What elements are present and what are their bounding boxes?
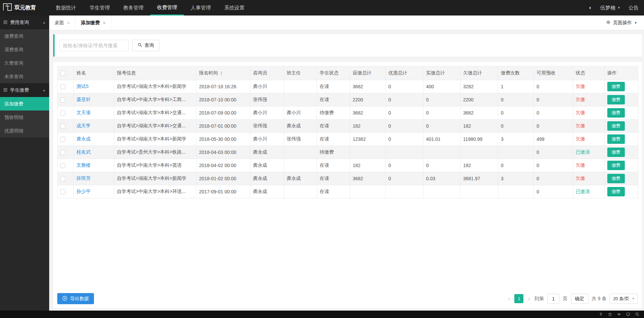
pay-button[interactable]: 缴费 — [607, 134, 625, 144]
row-checkbox[interactable] — [60, 124, 65, 129]
pay-button[interactable]: 缴费 — [607, 148, 625, 157]
trash-icon[interactable] — [608, 312, 612, 316]
cell-student-status: 待缴费 — [317, 146, 350, 159]
page-actions-button[interactable]: 页面操作 ▼ — [599, 15, 644, 30]
row-checkbox[interactable] — [60, 176, 65, 181]
sidebar-item[interactable]: 欠费查询 — [0, 56, 49, 70]
cell-owed-total: 3282 — [460, 80, 498, 93]
download-icon — [62, 296, 67, 302]
student-name-link[interactable]: 测试5 — [76, 84, 89, 89]
magnifier-icon[interactable] — [635, 312, 639, 316]
top-navbar: 双元教育 数据统计学生管理教务管理收费管理人事管理系统设置 ◐ 伍梦楠 ▼ 公告 — [0, 0, 644, 15]
sidebar-item[interactable]: 缴费查询 — [0, 29, 49, 43]
row-checkbox[interactable] — [60, 189, 65, 194]
display-icon[interactable] — [626, 312, 630, 316]
pay-button[interactable]: 缴费 — [607, 121, 625, 131]
status-text: 已缴清 — [576, 189, 590, 194]
student-name-link[interactable]: 孙少平 — [76, 189, 91, 194]
cell-date: 2018-01-02 00:00 — [196, 172, 250, 185]
page-unit-label: 页 — [563, 296, 568, 302]
cell-student-status: 在读 — [317, 120, 350, 133]
student-name-link[interactable]: 文天项 — [76, 110, 91, 115]
pay-button[interactable]: 缴费 — [607, 161, 625, 170]
chevron-down-icon: ▼ — [617, 6, 620, 9]
export-data-button[interactable]: 导出数据 — [57, 293, 94, 304]
cell-action: 缴费 — [605, 80, 638, 93]
sidebar-section-header[interactable]: 学生缴费▲ — [0, 83, 49, 97]
row-checkbox[interactable] — [60, 84, 65, 89]
nav-item-1[interactable]: 数据统计 — [49, 0, 83, 15]
main-area: 费用查询▲缴费查询退费查询欠费查询未录查询学生缴费▲添加缴费预收明细优惠明细 桌… — [0, 15, 644, 311]
next-page-button[interactable]: › — [527, 295, 531, 302]
page-number-button[interactable]: 1 — [514, 294, 523, 303]
sidebar-item[interactable]: 添加缴费 — [0, 97, 49, 110]
status-text: 欠缴 — [576, 162, 585, 168]
nav-item-4[interactable]: 收费管理 — [150, 0, 184, 15]
pay-button[interactable]: 缴费 — [607, 82, 625, 91]
table-row: 龚永成自学考试>湖南大学>本科>新闻学2018-05-30 00:00龚小川张伟… — [58, 133, 638, 146]
row-checkbox[interactable] — [60, 137, 65, 142]
sidebar-item[interactable]: 优惠明细 — [0, 124, 49, 137]
student-name-link[interactable]: 成天亨 — [76, 123, 91, 128]
cell-owed-total: 182 — [460, 120, 498, 133]
column-header: 学生状态 — [317, 66, 350, 80]
user-menu[interactable]: 伍梦楠 ▼ — [600, 5, 620, 11]
sidebar-item[interactable]: 未录查询 — [0, 70, 49, 83]
nav-item-6[interactable]: 系统设置 — [218, 0, 251, 15]
cell-info: 自学考试>湖南大学>本科>交通... — [114, 106, 196, 120]
confirm-button[interactable]: 确定 — [571, 294, 588, 304]
cell-status: 欠缴 — [573, 133, 605, 146]
page-actions-label: 页面操作 — [613, 20, 632, 26]
cell-student-status: 在读 — [317, 159, 350, 172]
close-icon[interactable]: × — [103, 20, 105, 26]
tab-2[interactable]: 添加缴费× — [75, 15, 111, 30]
pay-button[interactable]: 缴费 — [607, 174, 625, 183]
close-icon[interactable]: × — [67, 20, 70, 26]
pay-button[interactable]: 缴费 — [607, 95, 625, 104]
pin-icon[interactable] — [599, 312, 603, 316]
announcement-link[interactable]: 公告 — [629, 5, 639, 11]
theme-toggle-icon[interactable]: ◐ — [589, 5, 592, 11]
sidebar-section-header[interactable]: 费用查询▲ — [0, 15, 49, 29]
sort-icon[interactable]: ▲▼ — [220, 71, 223, 75]
tab-1[interactable]: 桌面× — [49, 15, 75, 30]
volume-icon[interactable] — [617, 312, 621, 316]
student-name-link[interactable]: 文雅楼 — [76, 162, 91, 168]
search-input[interactable] — [59, 40, 129, 51]
nav-item-3[interactable]: 教务管理 — [117, 0, 150, 15]
search-button[interactable]: 查询 — [132, 40, 159, 51]
cell-paid-total: 0 — [423, 93, 460, 106]
sidebar-item[interactable]: 退费查询 — [0, 43, 49, 56]
row-checkbox[interactable] — [60, 163, 65, 168]
goto-label: 到第 — [535, 296, 544, 302]
column-header[interactable]: 报名时间▲▼ — [196, 66, 250, 80]
cell-info: 自学考试>湖南大学>本科>交通... — [114, 120, 196, 133]
student-name-link[interactable]: 龚永成 — [76, 136, 91, 141]
column-header: 实缴总计 — [423, 66, 460, 80]
row-checkbox[interactable] — [60, 110, 65, 116]
nav-item-2[interactable]: 学生管理 — [83, 0, 117, 15]
sidebar-item[interactable]: 预收明细 — [0, 110, 49, 124]
cell-paid-total — [423, 146, 460, 159]
pay-button[interactable]: 缴费 — [607, 187, 625, 196]
column-header: 咨询员 — [250, 66, 284, 80]
goto-page-input[interactable] — [547, 294, 559, 304]
app-window: 双元教育 数据统计学生管理教务管理收费管理人事管理系统设置 ◐ 伍梦楠 ▼ 公告… — [0, 0, 644, 318]
row-checkbox[interactable] — [60, 150, 65, 155]
username: 伍梦楠 — [600, 5, 615, 11]
student-name-link[interactable]: 薛琪芳 — [76, 176, 91, 181]
status-text: 欠缴 — [576, 97, 585, 102]
cell-discount-total — [386, 185, 423, 198]
select-all-checkbox[interactable] — [60, 71, 65, 76]
page-size-select[interactable]: 20 条/页 ▼ — [610, 294, 638, 304]
pay-button[interactable]: 缴费 — [607, 108, 625, 118]
student-name-link[interactable]: 桂友武 — [76, 149, 91, 155]
page-size-value: 20 条/页 — [613, 296, 629, 302]
prev-page-button[interactable]: ‹ — [507, 295, 511, 302]
export-data-label: 导出数据 — [70, 296, 89, 302]
nav-item-5[interactable]: 人事管理 — [184, 0, 218, 15]
student-name-link[interactable]: 聂亚轩 — [76, 97, 91, 102]
row-checkbox[interactable] — [60, 97, 65, 102]
cell-pay-count: 3 — [498, 133, 534, 146]
status-text: 欠缴 — [576, 123, 585, 128]
